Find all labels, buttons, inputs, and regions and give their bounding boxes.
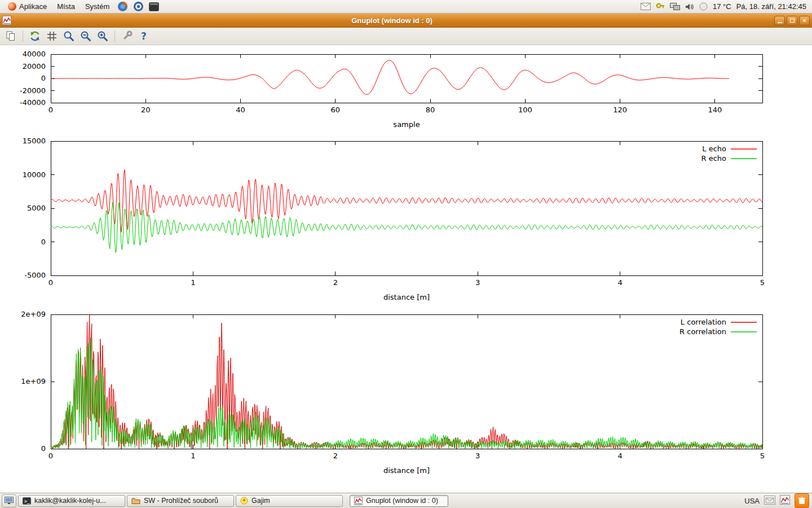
maximize-icon (790, 19, 795, 23)
taskbar-button-terminal[interactable]: >_ kaklik@kaklik-kolej-u... (18, 495, 125, 507)
svg-text:60: 60 (331, 106, 341, 114)
copy-icon[interactable] (3, 29, 18, 43)
taskbar-button-gajim[interactable]: Gajim (236, 495, 343, 507)
plot-canvas[interactable]: 020406080100120140-40000-200000200004000… (0, 45, 812, 493)
svg-text:5: 5 (760, 278, 765, 287)
svg-text:3: 3 (475, 278, 480, 287)
svg-text:>_: >_ (24, 499, 30, 504)
clock[interactable]: Pá, 18. září, 21:42:45 (736, 2, 806, 11)
titlebar[interactable]: Gnuplot (window id : 0) × (0, 14, 812, 28)
svg-text:L echo: L echo (702, 144, 726, 153)
taskbar-button-label: kaklik@kaklik-kolej-u... (34, 497, 106, 505)
firefox-icon[interactable] (116, 1, 129, 13)
taskbar-button-label: Gnuplot (window id : 0) (366, 497, 438, 505)
svg-text:4: 4 (617, 452, 622, 460)
terminal-launcher-icon[interactable] (148, 1, 160, 13)
help-browser-icon[interactable] (132, 1, 144, 13)
svg-text:0: 0 (41, 238, 46, 246)
gnuplot-icon (354, 497, 363, 505)
menu-places[interactable]: Místa (52, 0, 80, 14)
svg-text:?: ? (141, 30, 147, 42)
close-icon: × (802, 17, 806, 24)
ubuntu-logo-icon (8, 2, 16, 11)
svg-text:4: 4 (617, 278, 622, 287)
svg-text:10000: 10000 (23, 170, 46, 179)
svg-text:2: 2 (333, 452, 338, 460)
svg-text:20: 20 (141, 106, 151, 114)
taskbar-button-file-browser[interactable]: SW - Prohlížeč souborů (127, 495, 234, 507)
keyboard-layout-indicator[interactable]: USA (744, 497, 760, 505)
svg-text:0: 0 (48, 278, 53, 287)
minimize-button[interactable] (774, 16, 785, 25)
svg-text:5: 5 (760, 452, 765, 460)
taskbar-tray: USA (744, 493, 810, 508)
zoom-icon[interactable] (61, 29, 76, 43)
svg-text:-20000: -20000 (20, 86, 46, 95)
gnuplot-window: Gnuplot (window id : 0) × (0, 14, 812, 493)
svg-text:0: 0 (48, 106, 53, 114)
key-icon[interactable] (656, 2, 665, 11)
minimize-icon (778, 22, 782, 23)
chart-pulse[interactable]: 020406080100120140-40000-200000200004000… (0, 49, 812, 139)
terminal-icon: >_ (23, 497, 31, 505)
chart-correlation[interactable]: 01234501e+092e+09distance [m]L correlati… (0, 309, 812, 479)
maximize-button[interactable] (787, 16, 797, 25)
help-icon[interactable]: ? (136, 29, 151, 43)
svg-text:R correlation: R correlation (679, 327, 726, 336)
svg-text:sample: sample (393, 120, 420, 129)
svg-text:-40000: -40000 (20, 98, 46, 107)
show-desktop-button[interactable] (2, 494, 16, 507)
svg-text:40000: 40000 (23, 50, 46, 58)
settings-icon[interactable] (120, 29, 134, 43)
chart-tray-icon[interactable] (780, 495, 790, 506)
menu-applications[interactable]: Aplikace (3, 0, 51, 14)
svg-text:80: 80 (426, 106, 435, 114)
svg-text:-5000: -5000 (24, 271, 46, 279)
svg-text:0: 0 (41, 74, 46, 82)
display-icon[interactable] (670, 3, 680, 11)
system-tray: 17 °C Pá, 18. září, 21:42:45 (641, 2, 809, 11)
zoom-out-icon[interactable] (78, 29, 93, 43)
weather-icon[interactable] (699, 2, 708, 11)
svg-text:distance [m]: distance [m] (383, 293, 430, 301)
menu-applications-label: Aplikace (19, 2, 47, 11)
zoom-in-icon[interactable] (95, 29, 110, 43)
trash-icon[interactable] (795, 493, 809, 508)
taskbar-button-gnuplot[interactable]: Gnuplot (window id : 0) (350, 495, 448, 507)
svg-text:15000: 15000 (23, 137, 46, 145)
chart-echo[interactable]: 012345-5000050001000015000distance [m]L … (0, 137, 812, 306)
svg-text:2: 2 (333, 278, 338, 287)
svg-text:5000: 5000 (27, 204, 46, 212)
close-button[interactable]: × (799, 16, 810, 25)
menu-system[interactable]: Systém (81, 0, 114, 14)
svg-text:distance [m]: distance [m] (383, 466, 430, 475)
toolbar-separator (23, 30, 23, 42)
taskbar-button-label: Gajim (251, 497, 270, 505)
svg-text:120: 120 (613, 106, 627, 114)
toolbar: ? (0, 28, 812, 45)
svg-text:2e+09: 2e+09 (21, 310, 46, 318)
volume-icon[interactable] (685, 3, 694, 11)
grid-icon[interactable] (45, 29, 59, 43)
svg-text:20000: 20000 (23, 62, 46, 71)
top-panel: Aplikace Místa Systém (0, 0, 812, 14)
replot-icon[interactable] (28, 29, 42, 43)
svg-text:0: 0 (41, 444, 46, 453)
svg-text:40: 40 (236, 106, 245, 114)
gajim-icon (240, 497, 248, 505)
svg-text:1: 1 (191, 278, 195, 287)
folder-icon (131, 497, 140, 505)
svg-text:R echo: R echo (701, 154, 726, 163)
svg-text:1e+09: 1e+09 (21, 377, 46, 386)
svg-text:L correlation: L correlation (681, 318, 726, 326)
svg-text:140: 140 (708, 106, 722, 114)
mail-tray-icon[interactable] (764, 496, 775, 506)
svg-text:3: 3 (475, 452, 480, 460)
mail-icon[interactable] (641, 3, 651, 10)
menu-places-label: Místa (57, 2, 75, 11)
toolbar-separator (114, 30, 115, 42)
temperature-label[interactable]: 17 °C (713, 2, 731, 11)
svg-text:0: 0 (48, 452, 53, 460)
taskbar-button-label: SW - Prohlížeč souborů (144, 497, 218, 505)
svg-text:100: 100 (518, 106, 532, 114)
